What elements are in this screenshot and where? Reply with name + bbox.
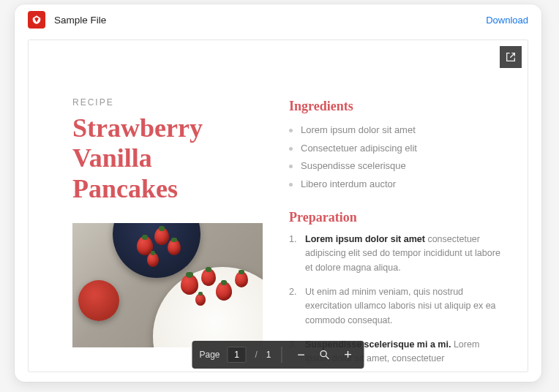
- page-separator: /: [252, 350, 260, 360]
- step-bold: Lorem ipsum dolor sit amet: [305, 234, 425, 244]
- page-label: Page: [199, 350, 220, 360]
- minus-icon: −: [297, 347, 305, 363]
- header-bar: Sample File Download: [15, 4, 541, 35]
- fullscreen-button[interactable]: [500, 46, 522, 68]
- file-name: Sample File: [54, 15, 486, 26]
- zoom-in-button[interactable]: +: [339, 346, 357, 363]
- download-link[interactable]: Download: [486, 15, 528, 26]
- magnifier-icon: [319, 349, 331, 361]
- ingredients-list: Lorem ipsum dolor sit amet Consectetuer …: [289, 121, 501, 194]
- pdf-icon: [28, 11, 45, 29]
- document-page: RECIPE Strawberry Vanilla Pancakes: [29, 40, 528, 372]
- ingredient-item: Lorem ipsum dolor sit amet: [289, 121, 501, 140]
- pdf-toolbar: Page / 1 − +: [192, 341, 364, 369]
- page-number-input[interactable]: [228, 347, 247, 363]
- left-column: RECIPE Strawberry Vanilla Pancakes: [72, 97, 263, 372]
- plus-icon: +: [344, 347, 352, 363]
- total-pages: 1: [266, 350, 271, 360]
- preparation-step: Lorem ipsum dolor sit amet consectetuer …: [289, 233, 501, 275]
- svg-line-1: [326, 356, 329, 359]
- toolbar-divider: [282, 347, 282, 363]
- preparation-step: Ut enim ad minim veniam, quis nostrud ex…: [289, 285, 501, 328]
- external-link-icon: [505, 51, 517, 63]
- ingredient-item: Suspendisse scelerisque: [289, 157, 501, 176]
- recipe-title: Strawberry Vanilla Pancakes: [72, 113, 263, 204]
- right-column: Ingredients Lorem ipsum dolor sit amet C…: [289, 97, 501, 372]
- recipe-photo: [72, 223, 263, 347]
- viewer-card: Sample File Download RECIPE Strawberry V…: [15, 4, 541, 382]
- ingredients-heading: Ingredients: [289, 99, 501, 114]
- zoom-reset-button[interactable]: [316, 346, 334, 363]
- pdf-viewer: RECIPE Strawberry Vanilla Pancakes: [28, 39, 528, 372]
- zoom-out-button[interactable]: −: [293, 346, 310, 363]
- preparation-heading: Preparation: [289, 210, 501, 225]
- step-text: Ut enim ad minim veniam, quis nostrud ex…: [305, 287, 496, 325]
- svg-point-0: [320, 351, 326, 357]
- recipe-overline: RECIPE: [72, 97, 263, 108]
- ingredient-item: Consectetuer adipiscing elit: [289, 140, 501, 158]
- ingredient-item: Libero interdum auctor: [289, 176, 501, 194]
